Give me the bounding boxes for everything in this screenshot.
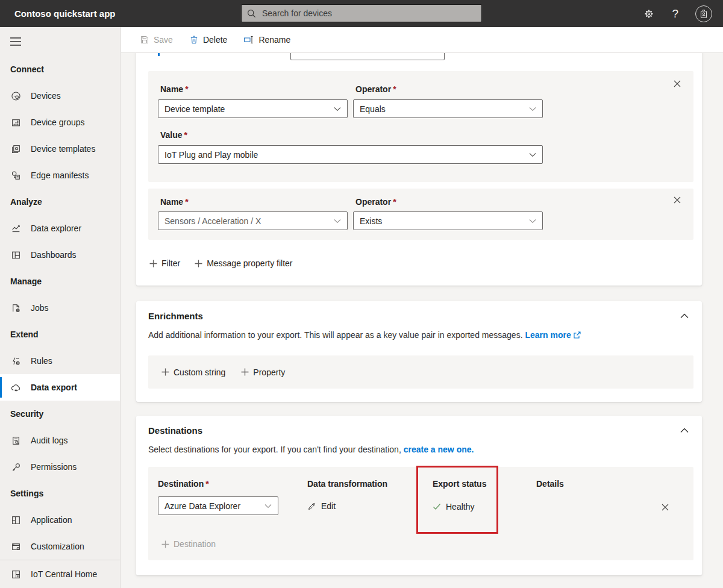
select-value: Device template	[164, 104, 225, 114]
collapse-destinations-button[interactable]	[680, 428, 689, 433]
sidebar-item-dashboards[interactable]: Dashboards	[0, 242, 120, 268]
select-value: Sensors / Acceleration / X	[164, 216, 261, 226]
edge-manifests-icon	[10, 170, 22, 181]
application-icon	[10, 515, 22, 525]
customization-icon	[10, 542, 22, 552]
required-asterisk: *	[393, 197, 396, 207]
save-icon	[140, 35, 149, 45]
gear-icon	[643, 8, 655, 20]
name-field-label: Name*	[160, 84, 189, 94]
sidebar-item-iot-central-home[interactable]: IoT Central Home	[0, 560, 120, 588]
sidebar-item-label: Audit logs	[31, 436, 67, 445]
add-destination-button[interactable]: Destination	[161, 539, 216, 549]
plus-icon	[195, 260, 202, 267]
sidebar-item-data-export[interactable]: Data export	[0, 374, 120, 401]
chevron-down-icon	[529, 219, 536, 224]
sidebar-item-rules[interactable]: Rules	[0, 348, 120, 374]
required-asterisk: *	[184, 130, 187, 140]
app-title: Contoso quickstart app	[14, 0, 116, 27]
close-icon	[661, 503, 669, 511]
collapse-menu-button[interactable]	[0, 27, 120, 56]
sidebar-item-label: Rules	[31, 356, 52, 366]
search-input[interactable]	[261, 8, 476, 19]
nav-section-security: Security	[0, 401, 120, 427]
iot-central-home-icon	[10, 569, 22, 580]
filter-row: Name* Device template Operator* Equals	[148, 71, 693, 182]
data-transformation-column-header: Data transformation	[307, 479, 387, 489]
sidebar-item-label: Data explorer	[31, 224, 81, 233]
plus-icon	[241, 368, 249, 376]
rename-button[interactable]: Rename	[243, 35, 290, 45]
add-filter-button[interactable]: Filter	[149, 258, 180, 268]
help-button[interactable]: ?	[672, 7, 678, 20]
audit-logs-icon	[10, 436, 22, 446]
sidebar-item-label: IoT Central Home	[31, 569, 97, 579]
nav-section-settings: Settings	[0, 480, 120, 507]
export-status-column-header: Export status	[433, 479, 486, 489]
enrichments-card: Enrichments Add additional information t…	[136, 301, 702, 402]
sidebar-item-device-groups[interactable]: Device groups	[0, 109, 120, 136]
destination-select[interactable]: Azure Data Explorer	[158, 496, 278, 515]
chevron-down-icon	[334, 219, 341, 224]
devices-icon	[10, 91, 22, 101]
value-field-label: Value*	[160, 130, 187, 140]
operator-field-label: Operator*	[355, 84, 396, 94]
sidebar-item-label: Permissions	[31, 462, 77, 472]
collapse-enrichments-button[interactable]	[680, 313, 689, 319]
add-property-button[interactable]: Property	[241, 367, 285, 377]
account-button[interactable]	[695, 5, 712, 22]
destinations-description: Select destinations for your export. If …	[148, 445, 474, 454]
filter-value-select[interactable]: IoT Plug and Play mobile	[158, 145, 543, 164]
delete-button[interactable]: Delete	[189, 35, 227, 45]
chevron-down-icon	[529, 107, 536, 111]
filter-name-select[interactable]: Sensors / Acceleration / X	[158, 211, 348, 230]
sidebar-item-label: Dashboards	[31, 250, 77, 260]
top-app-bar: Contoso quickstart app ?	[0, 0, 723, 27]
sidebar-item-customization[interactable]: Customization	[0, 533, 120, 560]
sidebar-item-application[interactable]: Application	[0, 507, 120, 533]
sidebar-item-jobs[interactable]: Jobs	[0, 295, 120, 321]
save-button[interactable]: Save	[140, 35, 173, 45]
close-icon	[673, 196, 681, 204]
filter-name-select[interactable]: Device template	[158, 99, 348, 118]
external-link-icon	[574, 331, 581, 339]
filter-actions: Filter Message property filter	[149, 258, 293, 268]
edit-transformation-button[interactable]: Edit	[307, 501, 336, 511]
filter-operator-select[interactable]: Equals	[353, 99, 543, 118]
clipped-element-fragment	[158, 53, 160, 56]
sidebar-item-label: Data export	[31, 383, 77, 392]
add-message-property-filter-button[interactable]: Message property filter	[195, 258, 292, 268]
trash-icon	[189, 35, 199, 45]
settings-button[interactable]	[643, 8, 655, 20]
rename-icon	[243, 35, 254, 45]
chevron-down-icon	[529, 152, 536, 157]
page-content: Name* Device template Operator* Equals	[121, 53, 723, 588]
required-asterisk: *	[205, 479, 208, 489]
filter-operator-select[interactable]: Exists	[353, 211, 543, 230]
sidebar-item-audit-logs[interactable]: Audit logs	[0, 427, 120, 454]
nav-section-analyze: Analyze	[0, 189, 120, 215]
remove-filter-button[interactable]	[672, 78, 683, 89]
chevron-down-icon	[334, 107, 341, 111]
sidebar-item-label: Application	[31, 515, 72, 525]
device-search-box[interactable]	[241, 4, 482, 22]
select-value: IoT Plug and Play mobile	[164, 150, 258, 160]
name-field-label: Name*	[160, 197, 189, 207]
sidebar-item-edge-manifests[interactable]: Edge manifests	[0, 162, 120, 189]
select-value: Exists	[360, 216, 382, 226]
clipped-input-field[interactable]	[290, 53, 445, 60]
check-icon	[433, 503, 441, 510]
details-column-header: Details	[536, 479, 564, 489]
add-custom-string-button[interactable]: Custom string	[161, 367, 225, 377]
sidebar-item-data-explorer[interactable]: Data explorer	[0, 215, 120, 242]
device-templates-icon	[10, 144, 22, 154]
sidebar-item-device-templates[interactable]: Device templates	[0, 136, 120, 162]
create-destination-link[interactable]: create a new one.	[404, 445, 474, 454]
sidebar-item-devices[interactable]: Devices	[0, 83, 120, 109]
sidebar-item-permissions[interactable]: Permissions	[0, 454, 120, 480]
sidebar-item-label: Device groups	[31, 117, 85, 127]
remove-filter-button[interactable]	[672, 195, 683, 205]
required-asterisk: *	[185, 197, 188, 207]
remove-destination-button[interactable]	[660, 502, 671, 513]
learn-more-link[interactable]: Learn more	[525, 330, 580, 340]
